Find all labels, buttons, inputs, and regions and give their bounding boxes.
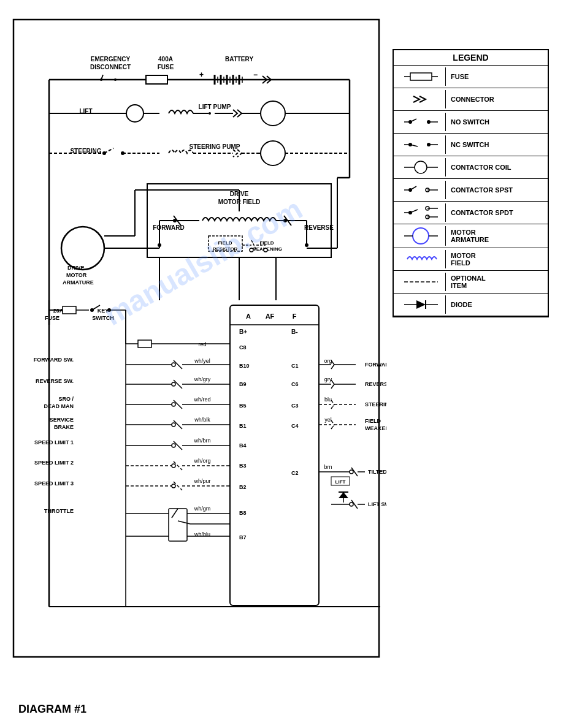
svg-text:B7: B7	[239, 534, 247, 540]
svg-point-83	[250, 248, 253, 252]
svg-text:org: org	[324, 358, 332, 364]
svg-text:blu: blu	[324, 396, 332, 403]
svg-text:FUSE: FUSE	[45, 315, 59, 321]
fuse-symbol	[397, 67, 446, 86]
svg-point-39	[209, 112, 211, 115]
fuse-label: FUSE	[451, 73, 545, 80]
svg-text:C4: C4	[291, 423, 299, 429]
svg-rect-0	[13, 20, 379, 657]
svg-text:wh/brn: wh/brn	[193, 438, 210, 444]
svg-point-10	[100, 78, 102, 81]
svg-text:B4: B4	[239, 442, 247, 449]
contactor-spdt-symbol	[397, 203, 446, 222]
svg-text:EMERGENCY: EMERGENCY	[91, 56, 131, 63]
svg-text:AF: AF	[266, 313, 275, 320]
legend-row-nc-switch: NC SWITCH	[394, 134, 548, 156]
svg-text:wh/org: wh/org	[193, 458, 210, 464]
legend-title: LEGEND	[394, 50, 548, 66]
svg-point-173	[172, 464, 175, 468]
svg-text:C3: C3	[291, 403, 299, 409]
svg-point-179	[172, 484, 175, 488]
nc-switch-symbol	[397, 135, 446, 154]
svg-text:LIFT SW.: LIFT SW.	[368, 501, 386, 507]
svg-text:REVERSE: REVERSE	[304, 224, 334, 231]
legend-row-contactor-coil: CONTACTOR COIL	[394, 156, 548, 179]
svg-point-147	[172, 382, 175, 386]
legend-row-optional: OPTIONALITEM	[394, 271, 548, 294]
svg-text:wh/gm: wh/gm	[194, 506, 211, 512]
motor-field-label: MOTORFIELD	[451, 252, 545, 267]
svg-rect-12	[146, 75, 167, 84]
svg-point-167	[172, 444, 175, 447]
svg-line-253	[410, 210, 418, 213]
svg-text:LIFT: LIFT	[335, 479, 346, 485]
svg-text:REVERSE: REVERSE	[365, 381, 386, 387]
svg-point-259	[413, 228, 429, 244]
svg-rect-186	[169, 509, 187, 541]
svg-text:DISCONNECT: DISCONNECT	[90, 64, 131, 70]
svg-text:wh/pur: wh/pur	[193, 478, 210, 484]
svg-text:brn: brn	[324, 464, 332, 470]
svg-point-51	[102, 151, 106, 155]
svg-text:C6: C6	[291, 381, 299, 387]
contactor-coil-label: CONTACTOR COIL	[451, 164, 545, 171]
svg-text:TILTED SW.: TILTED SW.	[368, 469, 386, 475]
svg-text:wh/gry: wh/gry	[194, 376, 211, 382]
motor-armature-label: MOTORARMATURE	[451, 229, 545, 243]
svg-text:B2: B2	[239, 484, 247, 490]
svg-text:KEY: KEY	[98, 308, 109, 314]
svg-text:FIELD: FIELD	[365, 418, 381, 424]
svg-text:SPEED LIMIT 3: SPEED LIMIT 3	[34, 480, 74, 487]
svg-marker-264	[416, 300, 426, 309]
svg-text:B10: B10	[239, 363, 250, 369]
svg-text:wh/blk: wh/blk	[194, 417, 210, 423]
optional-label: OPTIONALITEM	[451, 275, 545, 289]
svg-text:SPEED LIMIT 2: SPEED LIMIT 2	[34, 460, 74, 466]
legend-row-fuse: FUSE	[394, 66, 548, 88]
svg-text:LIFT PUMP: LIFT PUMP	[199, 104, 231, 110]
svg-point-84	[264, 248, 267, 252]
svg-text:+: +	[199, 70, 204, 79]
svg-text:REVERSE SW.: REVERSE SW.	[36, 378, 74, 384]
contactor-coil-symbol	[397, 158, 446, 176]
svg-point-154	[172, 403, 175, 406]
svg-text:yel: yel	[324, 417, 332, 423]
svg-text:STEERING PUMP: STEERING PUMP	[190, 143, 240, 150]
no-switch-symbol	[397, 113, 446, 131]
svg-point-11	[114, 78, 117, 81]
nc-switch-label: NC SWITCH	[451, 141, 545, 148]
motor-field-symbol	[397, 250, 446, 268]
legend-row-no-switch: NO SWITCH	[394, 111, 548, 134]
svg-text:C2: C2	[291, 470, 299, 476]
legend-row-contactor-spst: CONTACTOR SPST	[394, 179, 548, 202]
wiring-diagram: EMERGENCY DISCONNECT 400A FUSE BATTERY	[12, 18, 386, 668]
svg-text:FORWARD: FORWARD	[365, 362, 386, 368]
contactor-spdt-label: CONTACTOR SPDT	[451, 209, 545, 216]
svg-text:A: A	[246, 313, 251, 320]
svg-text:−: −	[253, 70, 258, 79]
svg-text:SPEED LIMIT 1: SPEED LIMIT 1	[34, 439, 74, 446]
svg-point-85	[61, 227, 104, 270]
optional-symbol	[397, 273, 446, 291]
svg-point-55	[261, 141, 285, 165]
svg-text:WEAKENING: WEAKENING	[365, 425, 386, 431]
svg-text:B5: B5	[239, 403, 247, 409]
diagram-title: DIAGRAM #1	[18, 703, 86, 716]
legend-row-contactor-spdt: CONTACTOR SPDT	[394, 202, 548, 224]
svg-text:STEERING: STEERING	[365, 401, 386, 408]
svg-text:C8: C8	[239, 344, 247, 351]
svg-text:FORWARD: FORWARD	[153, 224, 184, 231]
svg-text:RESISTOR: RESISTOR	[213, 246, 238, 252]
svg-point-223	[350, 502, 353, 506]
connector-label: CONNECTOR	[451, 96, 545, 103]
svg-text:SRO /: SRO /	[58, 396, 74, 402]
svg-text:B8: B8	[239, 510, 247, 516]
svg-text:gry: gry	[324, 376, 332, 382]
svg-text:SERVICE: SERVICE	[50, 417, 74, 423]
svg-text:BRAKE: BRAKE	[54, 424, 74, 430]
legend-row-motor-armature: MOTORARMATURE	[394, 224, 548, 248]
main-container: EMERGENCY DISCONNECT 400A FUSE BATTERY	[0, 0, 563, 728]
svg-text:SWITCH: SWITCH	[92, 315, 114, 321]
svg-text:F: F	[293, 313, 297, 320]
svg-rect-102	[63, 306, 76, 314]
